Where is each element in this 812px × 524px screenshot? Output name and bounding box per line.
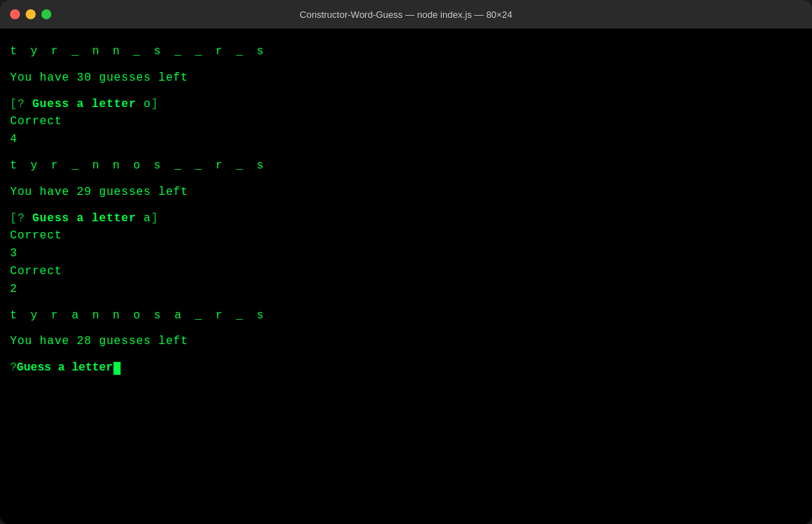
- bottom-prompt[interactable]: ? Guess a letter: [10, 359, 802, 377]
- prompt-symbol: ?: [10, 359, 17, 377]
- number-1: 4: [10, 131, 802, 148]
- prompt-bold-2: Guess a letter: [25, 212, 143, 225]
- spacer-6: [10, 298, 802, 307]
- correct-label-2: Correct: [10, 227, 802, 245]
- word-display-2: t y r _ n n o s _ _ r _ s: [10, 157, 802, 175]
- number-2: 3: [10, 245, 802, 263]
- spacer-3: [10, 148, 802, 157]
- titlebar: Constructor-Word-Guess — node index.js —…: [0, 0, 812, 29]
- maximize-button[interactable]: [41, 9, 51, 19]
- bracket-close-2: ]: [151, 212, 158, 225]
- prompt-input-1: o: [143, 98, 151, 111]
- word-display-1: t y r _ n n _ s _ _ r _ s: [10, 43, 802, 61]
- prompt-line-2: [? Guess a letter a]: [10, 210, 802, 228]
- prompt-input-2: a: [143, 212, 151, 225]
- number-3: 2: [10, 281, 802, 298]
- prompt-bold-1: Guess a letter: [25, 98, 143, 111]
- guesses-left-2: You have 29 guesses left: [10, 183, 802, 201]
- window-title: Constructor-Word-Guess — node index.js —…: [300, 9, 512, 20]
- correct-label-1: Correct: [10, 113, 802, 131]
- bracket-close-1: ]: [151, 98, 158, 111]
- bracket-open-1: [?: [10, 98, 25, 111]
- spacer-1: [10, 61, 802, 69]
- close-button[interactable]: [10, 9, 20, 19]
- terminal-body: t y r _ n n _ s _ _ r _ s You have 30 gu…: [0, 29, 812, 524]
- word-display-3: t y r a n n o s a _ r _ s: [10, 307, 802, 325]
- correct-label-3: Correct: [10, 263, 802, 281]
- spacer-2: [10, 87, 802, 96]
- spacer-7: [10, 324, 802, 333]
- bracket-open-2: [?: [10, 212, 25, 225]
- guesses-left-3: You have 28 guesses left: [10, 333, 802, 351]
- spacer-5: [10, 201, 802, 210]
- prompt-bold-3: Guess a letter: [17, 359, 113, 377]
- spacer-4: [10, 175, 802, 183]
- terminal-window: Constructor-Word-Guess — node index.js —…: [0, 0, 812, 524]
- cursor: [113, 362, 121, 375]
- prompt-line-1: [? Guess a letter o]: [10, 96, 802, 114]
- guesses-left-1: You have 30 guesses left: [10, 69, 802, 87]
- spacer-8: [10, 351, 802, 359]
- minimize-button[interactable]: [26, 9, 36, 19]
- traffic-lights: [10, 9, 51, 19]
